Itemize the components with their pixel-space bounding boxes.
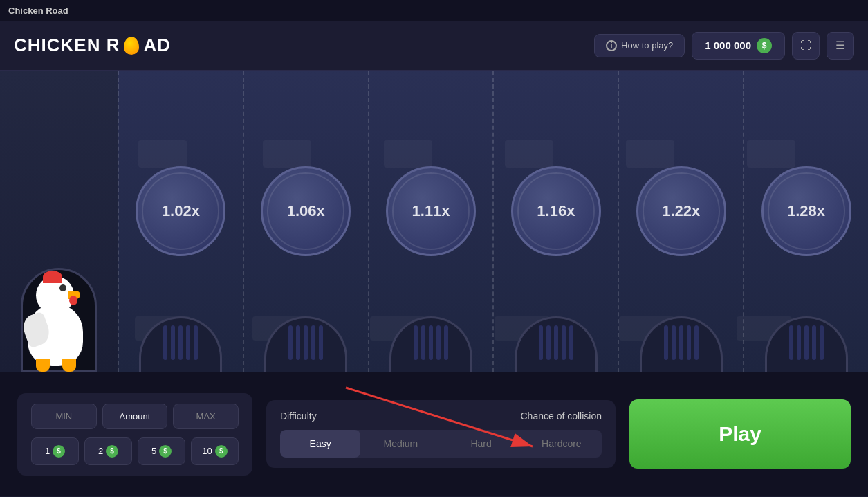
menu-button[interactable]: ☰ (827, 32, 854, 60)
chicken-wattle (69, 296, 77, 305)
bet-max-button[interactable]: MAX (173, 404, 239, 429)
balance-value: 1 000 000 (705, 39, 751, 51)
bet-2-value: 2 (98, 446, 103, 456)
bet-min-button[interactable]: MIN (31, 404, 97, 429)
logo: CHICKEN R AD (14, 35, 171, 56)
chicken-feet (36, 359, 76, 372)
oven-bottom-4 (515, 316, 598, 372)
track: 1.02x 1.06x (0, 71, 868, 372)
oven-bar (554, 325, 558, 360)
oven-col-6: 1.28x (743, 71, 868, 372)
multiplier-circle-1: 1.02x (136, 166, 225, 256)
balance-currency-icon: $ (757, 38, 772, 53)
collision-label: Chance of collision (520, 410, 602, 422)
bet-2-button[interactable]: 2 $ (84, 437, 132, 465)
multiplier-text-2: 1.06x (287, 202, 325, 220)
how-to-play-label: How to play? (621, 40, 673, 51)
multiplier-circle-2: 1.06x (261, 166, 351, 256)
oven-col-1: 1.02x (118, 71, 243, 372)
oven-bottom-6 (765, 316, 848, 372)
multiplier-text-1: 1.02x (162, 202, 200, 220)
oven-bar (429, 325, 433, 360)
expand-button[interactable]: ⛶ (792, 32, 820, 60)
oven-bottom-arc-3 (389, 316, 472, 372)
game-area: 1.02x 1.06x (0, 71, 868, 372)
oven-bar (694, 325, 699, 360)
multiplier-text-3: 1.11x (412, 202, 450, 220)
bet-amount-label[interactable]: Amount (102, 404, 168, 429)
bet-5-value: 5 (151, 446, 156, 456)
oven-bar (679, 325, 683, 360)
bottom-controls: MIN Amount MAX 1 $ 2 $ 5 $ 10 $ (0, 372, 868, 496)
multiplier-circle-5: 1.22x (636, 166, 726, 256)
multiplier-circle-3: 1.11x (386, 166, 476, 256)
oven-bar (804, 325, 809, 360)
oven-bottom-2 (264, 316, 347, 372)
multiplier-circle-4: 1.16x (511, 166, 601, 256)
bet-panel: MIN Amount MAX 1 $ 2 $ 5 $ 10 $ (17, 393, 252, 476)
oven-bar (539, 325, 543, 360)
difficulty-hard-button[interactable]: Hard (441, 430, 521, 458)
oven-bar (436, 325, 441, 360)
multiplier-text-5: 1.22x (662, 202, 700, 220)
oven-bottom-arc-6 (765, 316, 848, 372)
chicken-foot-left (36, 359, 50, 372)
chicken-eye (59, 284, 66, 291)
bet-10-coin-icon: $ (215, 445, 228, 458)
difficulty-hardcore-button[interactable]: Hardcore (521, 430, 602, 458)
oven-bar (304, 325, 308, 360)
bet-2-coin-icon: $ (106, 445, 118, 458)
logo-text-1: CHICKEN R (14, 35, 120, 56)
bet-10-button[interactable]: 10 $ (191, 437, 239, 465)
oven-bar (171, 325, 175, 360)
bet-1-value: 1 (45, 446, 50, 456)
logo-text-2: AD (143, 35, 171, 56)
multiplier-text-6: 1.28x (787, 202, 825, 220)
info-icon: i (606, 40, 617, 51)
difficulty-label: Difficulty (280, 410, 317, 422)
top-bar-title: Chicken Road (8, 6, 68, 16)
bet-row-top: MIN Amount MAX (31, 404, 239, 429)
multiplier-text-4: 1.16x (537, 202, 575, 220)
difficulty-buttons: Easy Medium Hard Hardcore (280, 430, 602, 458)
logo-egg-icon (124, 37, 139, 55)
multiplier-circle-6: 1.28x (761, 166, 851, 256)
oven-bar (820, 325, 824, 360)
oven-bar (296, 325, 300, 360)
difficulty-header: Difficulty Chance of collision (280, 410, 602, 422)
oven-col-2: 1.06x (243, 71, 368, 372)
bet-1-coin-icon: $ (53, 445, 65, 458)
header-right: i How to play? 1 000 000 $ ⛶ ☰ (594, 32, 854, 60)
oven-bar (163, 325, 167, 360)
oven-col-3: 1.11x (368, 71, 493, 372)
play-button[interactable]: Play (629, 399, 851, 469)
oven-bar (311, 325, 315, 360)
how-to-play-button[interactable]: i How to play? (594, 34, 685, 57)
header: CHICKEN R AD i How to play? 1 000 000 $ … (0, 21, 868, 71)
oven-bar (178, 325, 183, 360)
oven-bottom-3 (389, 316, 472, 372)
start-area (0, 71, 118, 372)
oven-bottom-5 (640, 316, 723, 372)
difficulty-easy-button[interactable]: Easy (280, 430, 360, 458)
oven-bar (797, 325, 801, 360)
menu-icon: ☰ (835, 39, 845, 52)
chicken-character (21, 283, 97, 366)
oven-bar (319, 325, 323, 360)
oven-bottom-arc-1 (139, 316, 222, 372)
expand-icon: ⛶ (800, 39, 811, 52)
bet-5-coin-icon: $ (159, 445, 172, 458)
oven-bar (194, 325, 198, 360)
oven-col-4: 1.16x (492, 71, 618, 372)
oven-bottom-arc-5 (640, 316, 723, 372)
bet-5-button[interactable]: 5 $ (138, 437, 185, 465)
bet-1-button[interactable]: 1 $ (31, 437, 79, 465)
oven-bar (569, 325, 573, 360)
oven-bar (546, 325, 551, 360)
difficulty-medium-button[interactable]: Medium (360, 430, 441, 458)
oven-bar (789, 325, 793, 360)
bet-10-value: 10 (202, 446, 212, 456)
top-bar: Chicken Road (0, 0, 868, 21)
oven-bar (562, 325, 566, 360)
oven-bar (444, 325, 448, 360)
